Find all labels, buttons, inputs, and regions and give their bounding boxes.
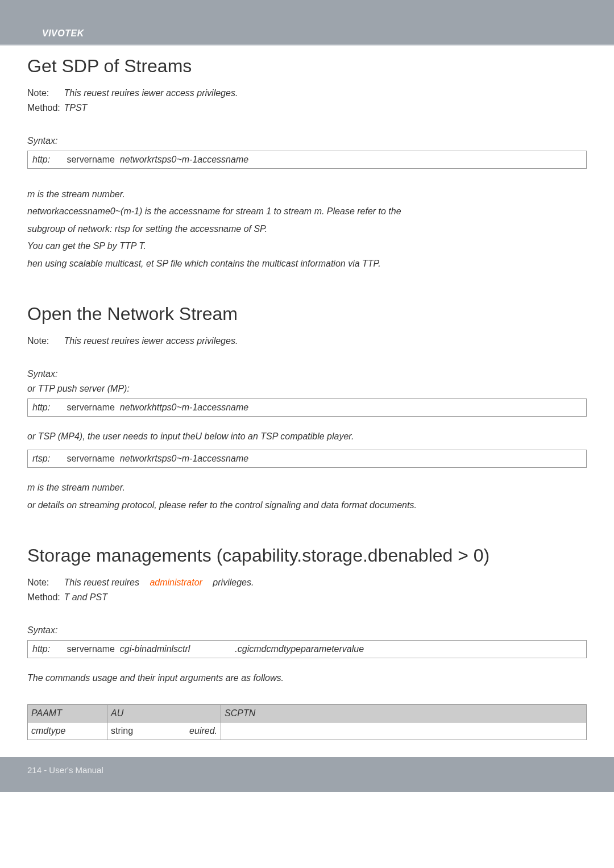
syntax-label: Syntax: xyxy=(27,136,587,146)
note-text-part1: This reuest reuires xyxy=(64,578,139,587)
cell-string: string xyxy=(111,726,133,736)
rtsp-instruction: or TSP (MP4), the user needs to input th… xyxy=(27,428,587,445)
code-server: servername xyxy=(67,454,114,463)
storage-codebox: http: servername cgi-binadminlsctrl .cgi… xyxy=(27,640,587,658)
note-label: Note: xyxy=(27,336,61,346)
th-au: AU xyxy=(107,704,221,722)
para-line: subgroup of network: rtsp for setting th… xyxy=(27,221,587,238)
section-title-open-stream: Open the Network Stream xyxy=(27,304,587,325)
open-stream-description: m is the stream number. or details on st… xyxy=(27,479,587,514)
syntax-codebox: http: servername networkrtsps0~m-1access… xyxy=(27,151,587,169)
code-server: servername xyxy=(67,155,114,164)
code-path2: .cgicmdcmdtypeparametervalue xyxy=(235,644,364,654)
para-line: hen using scalable multicast, et SP file… xyxy=(27,255,587,272)
page-content: Get SDP of Streams Note: This reuest reu… xyxy=(0,45,614,757)
sdp-description: m is the stream number. networkaccessnam… xyxy=(27,186,587,272)
syntax-label: Syntax: xyxy=(27,625,587,636)
table-row: cmdtype string euired. xyxy=(28,722,587,740)
section-title-sdp: Get SDP of Streams xyxy=(27,56,587,77)
code-path: networkrtsps0~m-1accessname xyxy=(120,155,248,164)
note-label: Note: xyxy=(27,88,61,98)
para-line: m is the stream number. xyxy=(27,479,587,496)
arguments-table: PAAMT AU SCPTN cmdtype string euired. xyxy=(27,704,587,740)
note-administrator: administrator xyxy=(150,578,202,587)
para-line: networkaccessname0~(m-1) is the accessna… xyxy=(27,203,587,220)
footer-band: 214 - User's Manual xyxy=(0,757,614,792)
th-param: PAAMT xyxy=(28,704,107,722)
note-text: This reuest reuires iewer access privile… xyxy=(64,88,238,98)
code-server: servername xyxy=(67,644,114,654)
method-label: Method: xyxy=(27,592,61,603)
cell-description xyxy=(221,722,587,740)
note-label: Note: xyxy=(27,578,61,588)
cell-required: euired. xyxy=(189,726,217,736)
note-text-part2: privileges. xyxy=(213,578,254,587)
http-codebox: http: servername networkhttps0~m-1access… xyxy=(27,398,587,417)
note-line: Note: This reuest reuires administrator … xyxy=(27,578,587,588)
brand-label: VIVOTEK xyxy=(42,28,84,39)
cell-string-required: string euired. xyxy=(107,722,221,740)
commands-intro: The commands usage and their input argum… xyxy=(27,670,587,687)
push-server-label: or TTP push server (MP): xyxy=(27,384,587,394)
para-line: m is the stream number. xyxy=(27,186,587,203)
code-protocol: http: xyxy=(32,402,64,413)
top-header-band: VIVOTEK xyxy=(0,0,614,45)
rtsp-codebox: rtsp: servername networkrtsps0~m-1access… xyxy=(27,450,587,468)
note-line: Note: This reuest reuires iewer access p… xyxy=(27,88,587,98)
code-path: networkhttps0~m-1accessname xyxy=(120,402,248,412)
footer-text: 214 - User's Manual xyxy=(27,765,103,775)
code-protocol: rtsp: xyxy=(32,454,64,464)
code-protocol: http: xyxy=(32,644,64,654)
method-text: T and PST xyxy=(64,592,107,602)
code-path1: cgi-binadminlsctrl xyxy=(120,644,190,654)
th-scptn: SCPTN xyxy=(221,704,587,722)
method-text: TPST xyxy=(64,103,87,113)
cell-cmdtype: cmdtype xyxy=(28,722,107,740)
note-line: Note: This reuest reuires iewer access p… xyxy=(27,336,587,346)
para-line: You can get the SP by TTP T. xyxy=(27,238,587,255)
method-label: Method: xyxy=(27,103,61,113)
code-path: networkrtsps0~m-1accessname xyxy=(120,454,248,463)
syntax-label: Syntax: xyxy=(27,369,587,379)
note-text: This reuest reuires iewer access privile… xyxy=(64,336,238,346)
table-header-row: PAAMT AU SCPTN xyxy=(28,704,587,722)
section-title-storage: Storage managements (capability.storage.… xyxy=(27,545,587,566)
code-server: servername xyxy=(67,402,114,412)
para-line: or details on streaming protocol, please… xyxy=(27,497,587,514)
method-line: Method: TPST xyxy=(27,103,587,113)
method-line: Method: T and PST xyxy=(27,592,587,603)
code-protocol: http: xyxy=(32,155,64,165)
